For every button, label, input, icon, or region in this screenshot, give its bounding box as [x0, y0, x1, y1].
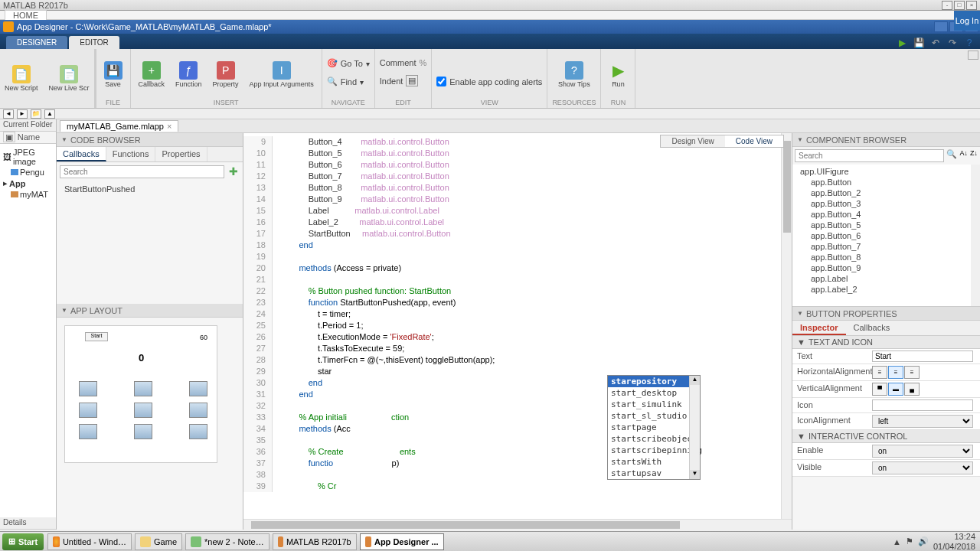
component-tree-item[interactable]: app.UIFigure [792, 166, 980, 177]
valign-top[interactable]: ▀ [872, 383, 887, 396]
run-icon[interactable]: ▶ [896, 37, 908, 49]
component-tree-item[interactable]: app.Button_4 [792, 209, 980, 220]
enable-hints-checkbox[interactable]: Enable app coding alerts [436, 52, 542, 97]
code-browser-search[interactable] [60, 165, 224, 178]
nav-fwd-icon[interactable]: ► [17, 109, 28, 119]
autocomplete-item[interactable]: startupsav [608, 468, 700, 479]
app-minimize[interactable] [934, 21, 948, 32]
folder-item[interactable]: 🖼JPEG image [3, 147, 53, 167]
start-button[interactable]: ⊞Start [2, 533, 44, 550]
login-button[interactable]: Log In [954, 11, 980, 31]
text-input[interactable] [872, 350, 973, 362]
undo-icon[interactable]: ↶ [929, 37, 942, 49]
autocomplete-item[interactable]: start_sl_studio [608, 410, 700, 422]
save-button[interactable]: 💾Save [101, 52, 126, 97]
add-callback-button[interactable]: ✚ [227, 165, 240, 178]
ribbon-collapse-icon[interactable] [968, 51, 978, 60]
code-view-button[interactable]: Code View [725, 135, 783, 147]
halign-right[interactable]: ≡ [904, 366, 920, 379]
taskbar-item[interactable]: MATLAB R2017b [273, 533, 357, 550]
tray-clock[interactable]: 13:2401/04/2018 [933, 532, 975, 550]
component-tree-item[interactable]: app.Label [792, 273, 980, 284]
callback-item[interactable]: StartButtonPushed [64, 184, 235, 194]
autocomplete-item[interactable]: start_desktop [608, 387, 700, 399]
find-button[interactable]: 🔍Find ▾ [327, 75, 370, 89]
component-tree-item[interactable]: app.Button_5 [792, 220, 980, 230]
hscrollbar[interactable] [243, 519, 792, 530]
tab-callbacks-props[interactable]: Callbacks [846, 321, 898, 335]
tray-icon[interactable]: ⚑ [906, 536, 913, 546]
component-tree-item[interactable]: app.Button_3 [792, 198, 980, 209]
valign-middle[interactable]: ▬ [888, 383, 903, 396]
taskbar-item[interactable]: Untitled - Wind… [47, 533, 132, 550]
run-button[interactable]: ▶Run [606, 52, 630, 97]
folder-icon[interactable]: 📁 [31, 109, 41, 119]
component-tree-item[interactable]: app.Button_6 [792, 230, 980, 241]
tab-callbacks[interactable]: Callbacks [57, 147, 106, 161]
redo-icon[interactable]: ↷ [946, 37, 959, 49]
maximize-button[interactable]: □ [954, 1, 965, 10]
section-text-icon[interactable]: ▼TEXT AND ICON [792, 336, 980, 349]
file-tab[interactable]: myMATLAB_Game.mlapp× [60, 120, 178, 132]
folder-item[interactable]: Pengu [3, 167, 53, 178]
design-view-button[interactable]: Design View [661, 135, 724, 147]
component-search[interactable] [795, 149, 944, 162]
taskbar-item[interactable]: *new 2 - Note… [185, 533, 270, 550]
autocomplete-item[interactable]: startscribepinning [608, 445, 700, 456]
showtips-button[interactable]: ?Show Tips [555, 52, 593, 97]
minimize-button[interactable]: - [942, 1, 952, 10]
tray-icon[interactable]: 🔊 [918, 536, 929, 546]
valign-bottom[interactable]: ▄ [904, 383, 920, 396]
taskbar-item[interactable]: Game [135, 533, 182, 550]
save-icon[interactable]: 💾 [913, 37, 925, 49]
tab-inspector[interactable]: Inspector [792, 321, 846, 335]
sort-az-icon[interactable]: A↓ [959, 149, 968, 162]
tab-functions[interactable]: Functions [106, 147, 156, 161]
visible-select[interactable]: on [872, 461, 973, 474]
autocomplete-popup[interactable]: ▲▼ starepositorystart_desktopstart_simul… [607, 375, 701, 480]
autocomplete-item[interactable]: startpage [608, 422, 700, 433]
appinput-button[interactable]: IApp Input Arguments [247, 52, 317, 97]
tab-properties[interactable]: Properties [155, 147, 207, 161]
tray-icon[interactable]: ▲ [893, 537, 901, 546]
component-tree-item[interactable]: app.Label_2 [792, 284, 980, 295]
nav-back-icon[interactable]: ◄ [3, 109, 14, 119]
autocomplete-item[interactable]: startsWith [608, 456, 700, 468]
component-tree[interactable]: app.UIFigureapp.Buttonapp.Button_2app.Bu… [792, 165, 980, 307]
sort-za-icon[interactable]: Z↓ [970, 149, 978, 162]
close-icon[interactable]: × [167, 122, 172, 131]
comment-button[interactable]: Comment % [380, 57, 426, 69]
goto-button[interactable]: 🎯Go To ▾ [327, 57, 370, 70]
folder-item[interactable]: myMAT [3, 189, 53, 200]
halign-left[interactable]: ≡ [872, 366, 887, 379]
new-livescript-button[interactable]: 📄New Live Scr [46, 49, 93, 108]
property-button[interactable]: PProperty [210, 52, 242, 97]
layout-preview[interactable]: Start 60 0 [64, 325, 217, 463]
taskbar-item[interactable]: App Designer ... [360, 533, 444, 550]
autocomplete-item[interactable]: starepository [608, 376, 700, 387]
home-tab[interactable]: HOME [5, 10, 47, 20]
tab-editor[interactable]: EDITOR [69, 36, 119, 49]
component-tree-item[interactable]: app.Button_2 [792, 187, 980, 198]
help-icon[interactable]: ? [963, 37, 975, 49]
component-tree-item[interactable]: app.Button_7 [792, 241, 980, 252]
autocomplete-item[interactable]: startscribeobject [608, 433, 700, 445]
search-icon[interactable]: 🔍 [946, 149, 957, 162]
tab-designer[interactable]: DESIGNER [6, 36, 67, 49]
autocomplete-item[interactable]: start_simulink [608, 399, 700, 410]
component-tree-item[interactable]: app.Button_8 [792, 252, 980, 262]
folder-item[interactable]: ▸ App [3, 178, 53, 189]
tree-scrollbar[interactable] [971, 165, 980, 306]
section-interactive[interactable]: ▼INTERACTIVE CONTROL [792, 430, 980, 443]
component-tree-item[interactable]: app.Button [792, 177, 980, 187]
indent-button[interactable]: Indent ▤ [380, 73, 426, 88]
up-icon[interactable]: ▲ [44, 109, 55, 119]
halign-center[interactable]: ≡ [888, 366, 903, 379]
vscrollbar[interactable] [781, 133, 792, 519]
close-button[interactable]: × [966, 1, 977, 10]
code-editor[interactable]: 9 Button_4 matlab.ui.control.Button10 Bu… [243, 133, 792, 519]
component-tree-item[interactable]: app.Button_9 [792, 262, 980, 273]
callback-button[interactable]: +Callback [136, 52, 168, 97]
enable-select[interactable]: on [872, 445, 973, 458]
iconalign-select[interactable]: left [872, 415, 973, 428]
